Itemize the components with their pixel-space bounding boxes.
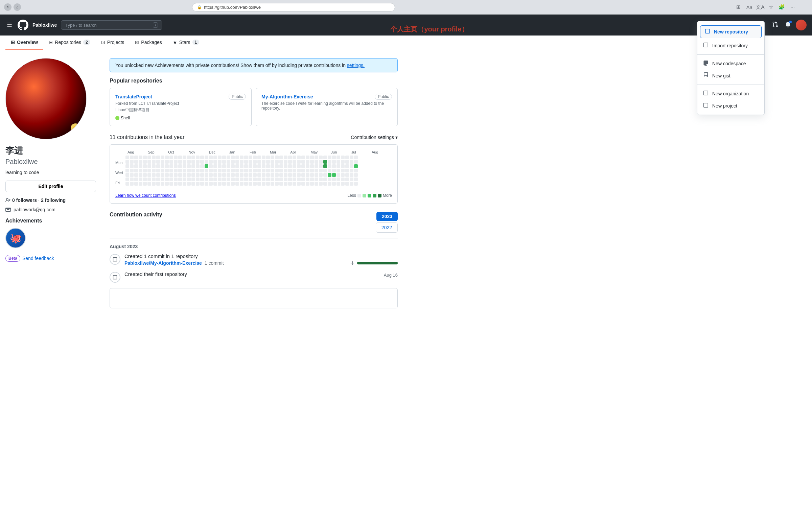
- cell-w11-d2[interactable]: [174, 164, 178, 168]
- cell-w31-d6[interactable]: [262, 182, 265, 186]
- cell-w12-d0[interactable]: [178, 156, 182, 159]
- pull-requests-icon[interactable]: [770, 19, 780, 31]
- cell-w44-d4[interactable]: [319, 173, 323, 177]
- cell-w51-d3[interactable]: [350, 169, 353, 172]
- cell-w6-d1[interactable]: [152, 160, 156, 164]
- cell-w43-d1[interactable]: [315, 160, 318, 164]
- cell-w25-d2[interactable]: [235, 164, 239, 168]
- cell-w16-d5[interactable]: [196, 178, 200, 181]
- cell-w29-d5[interactable]: [253, 178, 257, 181]
- cell-w2-d4[interactable]: [134, 173, 138, 177]
- cell-w19-d1[interactable]: [209, 160, 213, 164]
- cell-w52-d2[interactable]: [354, 164, 358, 168]
- cell-w1-d6[interactable]: [130, 182, 134, 186]
- cell-w42-d5[interactable]: [310, 178, 314, 181]
- cell-w48-d0[interactable]: [337, 156, 340, 159]
- cell-w27-d4[interactable]: [244, 173, 248, 177]
- cell-w32-d4[interactable]: [266, 173, 270, 177]
- address-bar[interactable]: 🔒 https://github.com/Pabloxllwe: [192, 3, 395, 11]
- cell-w43-d6[interactable]: [315, 182, 318, 186]
- cell-w43-d4[interactable]: [315, 173, 318, 177]
- cell-w51-d2[interactable]: [350, 164, 353, 168]
- cell-w37-d1[interactable]: [288, 160, 292, 164]
- cell-w10-d1[interactable]: [169, 160, 173, 164]
- cell-w46-d0[interactable]: [328, 156, 331, 159]
- cell-w32-d2[interactable]: [266, 164, 270, 168]
- cell-w48-d5[interactable]: [337, 178, 340, 181]
- cell-w20-d0[interactable]: [213, 156, 217, 159]
- cell-w50-d5[interactable]: [345, 178, 349, 181]
- cell-w15-d5[interactable]: [191, 178, 195, 181]
- cell-w50-d4[interactable]: [345, 173, 349, 177]
- cell-w8-d0[interactable]: [161, 156, 164, 159]
- cell-w44-d1[interactable]: [319, 160, 323, 164]
- cell-w23-d3[interactable]: [227, 169, 230, 172]
- cell-w52-d5[interactable]: [354, 178, 358, 181]
- cell-w45-d5[interactable]: [323, 178, 327, 181]
- cell-w12-d2[interactable]: [178, 164, 182, 168]
- cell-w11-d4[interactable]: [174, 173, 178, 177]
- cell-w49-d2[interactable]: [341, 164, 345, 168]
- cell-w14-d4[interactable]: [187, 173, 191, 177]
- cell-w0-d3[interactable]: [125, 169, 129, 172]
- cell-w33-d4[interactable]: [271, 173, 274, 177]
- cell-w51-d1[interactable]: [350, 160, 353, 164]
- cell-w37-d4[interactable]: [288, 173, 292, 177]
- cell-w38-d3[interactable]: [293, 169, 296, 172]
- cell-w33-d5[interactable]: [271, 178, 274, 181]
- cell-w36-d4[interactable]: [284, 173, 287, 177]
- cell-w32-d5[interactable]: [266, 178, 270, 181]
- cell-w45-d2[interactable]: [323, 164, 327, 168]
- cell-w20-d4[interactable]: [213, 173, 217, 177]
- cell-w34-d4[interactable]: [275, 173, 279, 177]
- cell-w15-d2[interactable]: [191, 164, 195, 168]
- user-avatar[interactable]: [796, 20, 807, 30]
- cell-w20-d3[interactable]: [213, 169, 217, 172]
- cell-w26-d3[interactable]: [240, 169, 243, 172]
- cell-w2-d3[interactable]: [134, 169, 138, 172]
- cell-w45-d3[interactable]: [323, 169, 327, 172]
- cell-w7-d1[interactable]: [156, 160, 160, 164]
- cell-w41-d0[interactable]: [306, 156, 309, 159]
- cell-w22-d2[interactable]: [222, 164, 226, 168]
- cell-w13-d4[interactable]: [183, 173, 186, 177]
- cell-w25-d3[interactable]: [235, 169, 239, 172]
- cell-w24-d5[interactable]: [231, 178, 235, 181]
- cell-w3-d3[interactable]: [139, 169, 142, 172]
- cell-w5-d3[interactable]: [147, 169, 151, 172]
- cell-w28-d0[interactable]: [249, 156, 252, 159]
- cell-w1-d3[interactable]: [130, 169, 134, 172]
- cell-w2-d2[interactable]: [134, 164, 138, 168]
- cell-w31-d1[interactable]: [262, 160, 265, 164]
- cell-w49-d6[interactable]: [341, 182, 345, 186]
- cell-w4-d0[interactable]: [143, 156, 147, 159]
- cell-w47-d4[interactable]: [332, 173, 336, 177]
- cell-w0-d4[interactable]: [125, 173, 129, 177]
- cell-w43-d2[interactable]: [315, 164, 318, 168]
- cell-w28-d2[interactable]: [249, 164, 252, 168]
- cell-w45-d6[interactable]: [323, 182, 327, 186]
- cell-w10-d5[interactable]: [169, 178, 173, 181]
- cell-w17-d1[interactable]: [200, 160, 204, 164]
- cell-w25-d1[interactable]: [235, 160, 239, 164]
- cell-w22-d1[interactable]: [222, 160, 226, 164]
- cell-w33-d0[interactable]: [271, 156, 274, 159]
- cell-w18-d0[interactable]: [205, 156, 208, 159]
- cell-w31-d4[interactable]: [262, 173, 265, 177]
- cell-w3-d5[interactable]: [139, 178, 142, 181]
- cell-w9-d3[interactable]: [165, 169, 169, 172]
- cell-w13-d5[interactable]: [183, 178, 186, 181]
- cell-w24-d0[interactable]: [231, 156, 235, 159]
- browser-ext-btn[interactable]: 🧩: [778, 3, 786, 11]
- cell-w29-d2[interactable]: [253, 164, 257, 168]
- cell-w4-d6[interactable]: [143, 182, 147, 186]
- cell-w50-d1[interactable]: [345, 160, 349, 164]
- cell-w42-d4[interactable]: [310, 173, 314, 177]
- cell-w34-d0[interactable]: [275, 156, 279, 159]
- nav-overview[interactable]: ⊞ Overview: [5, 36, 43, 50]
- cell-w46-d2[interactable]: [328, 164, 331, 168]
- cell-w38-d2[interactable]: [293, 164, 296, 168]
- cell-w32-d1[interactable]: [266, 160, 270, 164]
- cell-w6-d0[interactable]: [152, 156, 156, 159]
- expand-icon[interactable]: ✛: [350, 260, 354, 266]
